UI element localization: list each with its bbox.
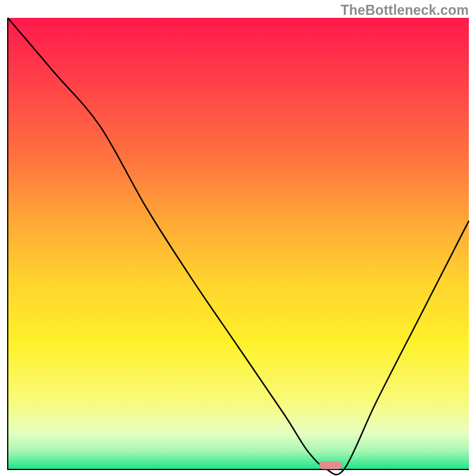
watermark-text: TheBottleneck.com: [340, 2, 469, 18]
x-axis-line: [7, 469, 469, 470]
y-axis-line: [7, 18, 8, 470]
chart-container: TheBottleneck.com: [0, 0, 476, 476]
plot-background-gradient: [8, 18, 469, 469]
